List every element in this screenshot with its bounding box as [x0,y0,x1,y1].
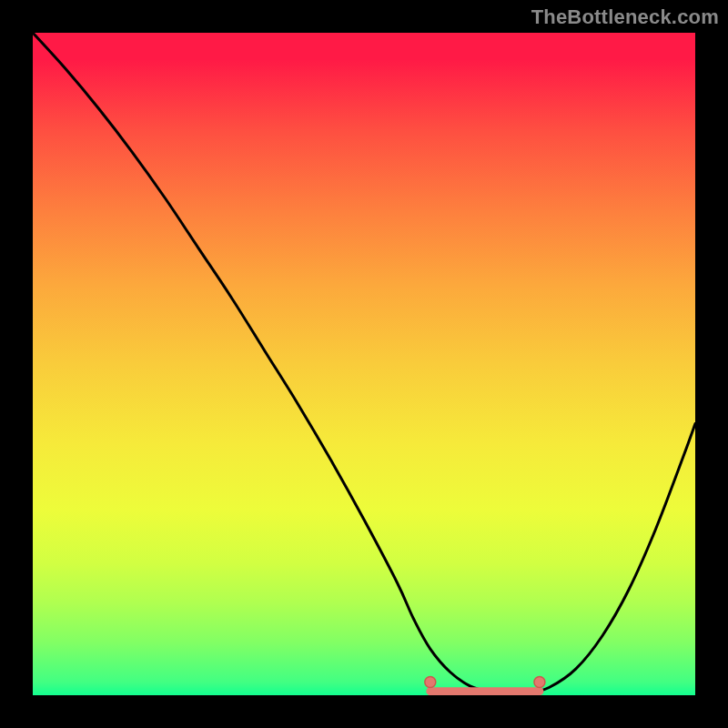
watermark-text: TheBottleneck.com [531,5,719,29]
flat-start-marker [425,676,436,687]
bottleneck-curve-svg [33,33,695,695]
flat-end-marker [534,676,545,687]
bottleneck-curve-path [33,33,695,693]
chart-frame [33,33,695,695]
